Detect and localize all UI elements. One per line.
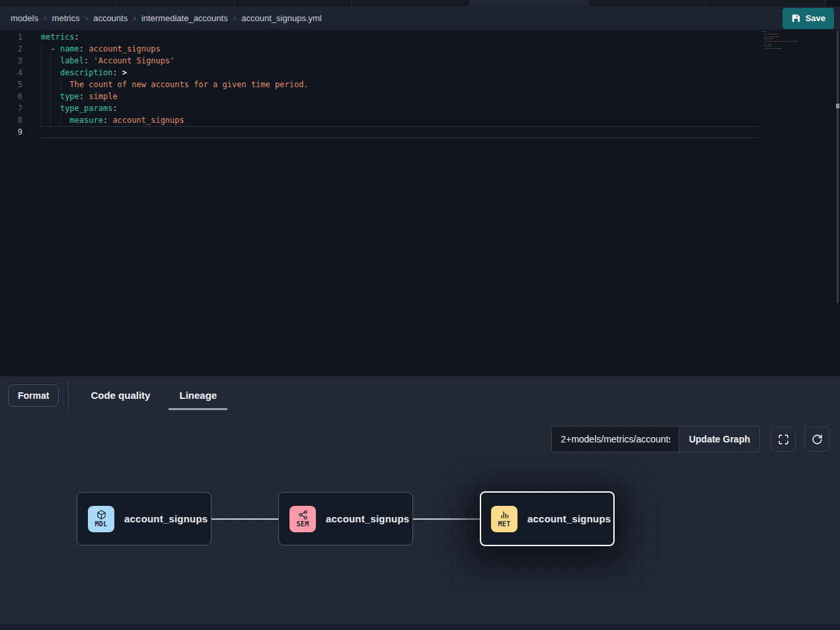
divider: [68, 381, 69, 410]
file-tab[interactable]: [707, 0, 825, 7]
line-number: 5: [0, 79, 26, 90]
line-number: 4: [0, 67, 26, 79]
save-button[interactable]: Save: [783, 8, 834, 29]
node-badge-label: SEM: [297, 520, 309, 528]
breadcrumb-item[interactable]: account_signups.yml: [241, 13, 321, 23]
node-badge-label: MDL: [95, 520, 108, 528]
tab-lineage[interactable]: Lineage: [169, 376, 227, 414]
node-label: account_signups: [527, 513, 611, 524]
code-line: 8 measure: account_signups: [0, 114, 840, 126]
lineage-canvas[interactable]: Update Graph MDLaccount_signupsSEMaccoun…: [0, 414, 840, 623]
line-number: 9: [0, 126, 26, 138]
refresh-button[interactable]: [804, 427, 829, 452]
node-type-badge: MDL: [88, 506, 114, 532]
scrollbar-marker: [836, 104, 839, 108]
line-number: 8: [0, 114, 26, 126]
code-line: 6 type: simple: [0, 90, 840, 102]
fullscreen-button[interactable]: [771, 427, 796, 452]
minimap[interactable]: metrics: - name: account_signups label: …: [761, 31, 830, 90]
lineage-edge: [413, 518, 480, 520]
selector-group: Update Graph: [551, 426, 760, 452]
metric-chart-icon: [500, 510, 510, 520]
update-graph-button[interactable]: Update Graph: [679, 427, 759, 452]
bottom-panel: Format Code qualityLineage Update Graph: [0, 376, 840, 630]
lineage-node-sem[interactable]: SEMaccount_signups: [278, 492, 413, 545]
window-tab-strip: [0, 0, 840, 7]
line-number: 2: [0, 43, 26, 55]
code-line: 7 type_params:: [0, 102, 840, 114]
file-tab[interactable]: [0, 0, 117, 7]
save-button-label: Save: [806, 13, 825, 23]
chevron-right-icon: ›: [133, 13, 136, 24]
code-line: 4 description: >: [0, 67, 840, 79]
code-line: 5 The count of new accounts for a given …: [0, 79, 840, 90]
chevron-right-icon: ›: [44, 13, 47, 24]
breadcrumb: models›metrics›accounts›intermediate_acc…: [11, 13, 783, 24]
panel-tab-row: Format Code qualityLineage: [0, 376, 840, 414]
model-cube-icon: [96, 510, 106, 520]
chevron-right-icon: ›: [233, 13, 237, 24]
node-type-badge: SEM: [289, 506, 316, 532]
current-line-highlight: [40, 126, 758, 138]
floppy-disk-icon: [791, 13, 801, 23]
panel-tabs: Code qualityLineage: [80, 376, 227, 414]
node-label: account_signups: [326, 513, 409, 524]
line-number: 1: [0, 31, 26, 43]
format-button[interactable]: Format: [8, 384, 59, 407]
file-tab[interactable]: [470, 0, 589, 7]
editor-scrollbar[interactable]: [837, 31, 839, 303]
semantic-model-icon: [298, 510, 308, 520]
code-line: 2 - name: account_signups: [0, 43, 840, 55]
node-type-badge: MET: [491, 506, 517, 532]
node-badge-label: MET: [498, 520, 511, 528]
line-number: 7: [0, 102, 26, 114]
lineage-edge: [211, 518, 278, 520]
chevron-right-icon: ›: [85, 13, 88, 24]
breadcrumb-item[interactable]: metrics: [52, 13, 80, 23]
line-number: 3: [0, 55, 26, 67]
yaml-code-editor[interactable]: 1metrics:2 - name: account_signups3 labe…: [0, 30, 840, 376]
file-tab[interactable]: [352, 0, 470, 7]
code-line: 3 label: 'Account Signups': [0, 55, 840, 67]
lineage-selector-input[interactable]: [552, 427, 679, 452]
breadcrumb-item[interactable]: models: [11, 13, 38, 23]
lineage-node-met[interactable]: METaccount_signups: [480, 491, 615, 546]
code-line: 1metrics:: [0, 31, 840, 43]
breadcrumb-item[interactable]: accounts: [93, 13, 128, 23]
breadcrumb-bar: models›metrics›accounts›intermediate_acc…: [0, 7, 840, 30]
file-tab[interactable]: [589, 0, 707, 7]
lineage-node-mdl[interactable]: MDLaccount_signups: [77, 492, 211, 545]
file-tab[interactable]: [117, 0, 235, 7]
lineage-controls: Update Graph: [551, 426, 829, 452]
tab-strip-spacer: [825, 0, 840, 7]
tab-code-quality[interactable]: Code quality: [80, 376, 161, 414]
file-tab[interactable]: [235, 0, 352, 7]
refresh-icon: [812, 434, 823, 445]
bottom-strip: [0, 623, 840, 630]
breadcrumb-item[interactable]: intermediate_accounts: [141, 13, 228, 23]
node-label: account_signups: [124, 513, 208, 524]
line-number: 6: [0, 90, 26, 102]
fullscreen-icon: [778, 434, 789, 445]
